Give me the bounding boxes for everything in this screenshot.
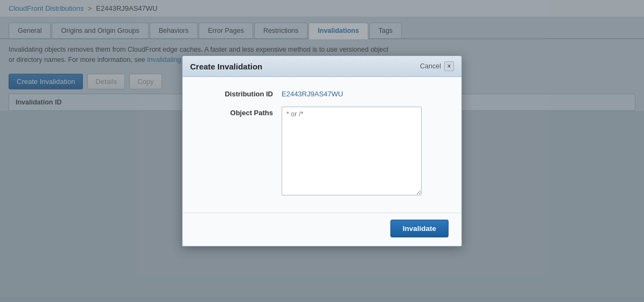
modal-title: Create Invalidation <box>190 62 262 71</box>
cancel-link[interactable]: Cancel <box>420 62 441 70</box>
close-button[interactable]: × <box>444 61 454 71</box>
distribution-id-label: Distribution ID <box>195 88 282 98</box>
distribution-id-value: E2443RJ9AS47WU <box>282 88 343 98</box>
modal-header-right: Cancel × <box>420 61 454 71</box>
modal-overlay: Create Invalidation Cancel × Distributio… <box>0 0 644 302</box>
invalidate-button[interactable]: Invalidate <box>390 220 449 237</box>
object-paths-textarea[interactable] <box>282 107 422 195</box>
object-paths-label: Object Paths <box>195 107 282 117</box>
modal-body: Distribution ID E2443RJ9AS47WU Object Pa… <box>183 77 461 213</box>
object-paths-row: Object Paths <box>195 107 449 195</box>
modal-footer: Invalidate <box>183 213 461 246</box>
modal-header: Create Invalidation Cancel × <box>183 56 461 77</box>
distribution-id-row: Distribution ID E2443RJ9AS47WU <box>195 88 449 98</box>
create-invalidation-modal: Create Invalidation Cancel × Distributio… <box>182 55 462 247</box>
